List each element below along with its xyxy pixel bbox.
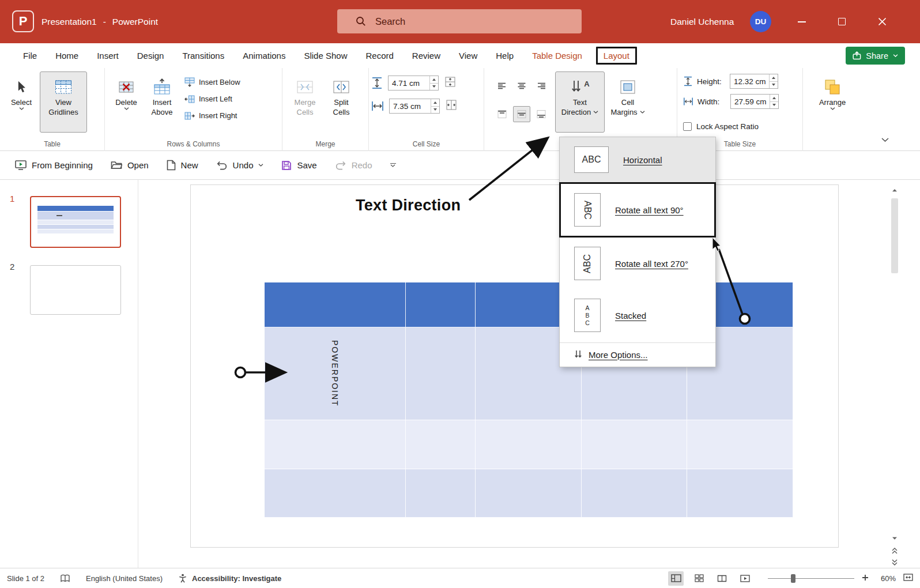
lock-aspect-ratio-checkbox-row[interactable]: Lock Aspect Ratio bbox=[683, 122, 798, 131]
align-left-button[interactable] bbox=[493, 78, 511, 94]
menu-item-rotate-270[interactable]: ABC Rotate all text 270° bbox=[560, 238, 715, 289]
table-cell[interactable] bbox=[406, 420, 476, 469]
collapse-ribbon-button[interactable] bbox=[877, 133, 892, 146]
align-bottom-button[interactable] bbox=[533, 106, 550, 122]
distribute-columns-button[interactable] bbox=[445, 99, 458, 113]
slide-2-thumbnail[interactable] bbox=[30, 265, 121, 315]
slide-editing-area[interactable]: POWERPOINT bbox=[138, 180, 889, 568]
avatar[interactable]: DU bbox=[750, 11, 771, 32]
maximize-button[interactable] bbox=[828, 0, 855, 43]
column-width-spinner[interactable] bbox=[389, 99, 440, 114]
arrange-button[interactable]: Arrange bbox=[812, 71, 853, 133]
merge-cells-button[interactable]: Merge Cells bbox=[287, 71, 323, 133]
slide-1-thumbnail[interactable] bbox=[30, 196, 121, 248]
slide-sorter-view-button[interactable] bbox=[691, 571, 707, 586]
table-cell-rotated-text[interactable]: POWERPOINT bbox=[265, 327, 406, 420]
proofing-book-icon[interactable] bbox=[60, 574, 70, 583]
scrollbar-thumb[interactable] bbox=[891, 198, 898, 273]
tab-review[interactable]: Review bbox=[403, 43, 450, 68]
tab-table-design[interactable]: Table Design bbox=[523, 43, 591, 68]
distribute-rows-button[interactable] bbox=[444, 76, 457, 90]
table-header-cell[interactable] bbox=[265, 282, 406, 327]
column-width-increase[interactable] bbox=[431, 99, 439, 106]
tab-file[interactable]: File bbox=[14, 43, 46, 68]
slide-show-button[interactable] bbox=[737, 571, 753, 586]
accessibility-status[interactable]: Accessibility: Investigate bbox=[178, 574, 281, 583]
table-cell[interactable] bbox=[582, 469, 687, 518]
table-cell[interactable] bbox=[476, 469, 582, 518]
text-direction-button[interactable]: A Text Direction bbox=[555, 71, 605, 133]
view-gridlines-button[interactable]: View Gridlines bbox=[40, 71, 87, 133]
reading-view-button[interactable] bbox=[714, 571, 730, 586]
delete-button[interactable]: Delete bbox=[110, 71, 143, 133]
vertical-scrollbar[interactable] bbox=[889, 183, 900, 568]
menu-item-more-options[interactable]: More Options... bbox=[560, 343, 715, 367]
next-slide-button[interactable] bbox=[889, 556, 900, 568]
table-cell[interactable] bbox=[406, 469, 476, 518]
powerpoint-logo-icon[interactable]: P bbox=[12, 10, 34, 32]
table-width-decrease[interactable] bbox=[770, 101, 778, 109]
undo-button[interactable]: Undo bbox=[216, 160, 264, 170]
menu-item-rotate-90[interactable]: ABC Rotate all text 90° bbox=[559, 182, 716, 238]
zoom-percentage[interactable]: 60% bbox=[876, 574, 896, 583]
scroll-down-button[interactable] bbox=[889, 533, 900, 544]
zoom-slider-thumb[interactable] bbox=[791, 574, 795, 583]
center-vertically-button[interactable] bbox=[513, 106, 530, 122]
tab-record[interactable]: Record bbox=[356, 43, 402, 68]
slide-canvas[interactable]: POWERPOINT bbox=[190, 184, 839, 548]
tab-view[interactable]: View bbox=[450, 43, 487, 68]
language-status[interactable]: English (United States) bbox=[86, 574, 163, 583]
tab-design[interactable]: Design bbox=[128, 43, 174, 68]
menu-item-stacked[interactable]: ABC Stacked bbox=[560, 289, 715, 341]
align-center-button[interactable] bbox=[513, 78, 530, 94]
tab-slide-show[interactable]: Slide Show bbox=[295, 43, 356, 68]
search-box[interactable] bbox=[337, 9, 582, 33]
insert-right-button[interactable]: Insert Right bbox=[181, 107, 244, 124]
row-height-spinner[interactable] bbox=[388, 76, 439, 91]
share-button[interactable]: Share bbox=[846, 47, 905, 65]
insert-above-button[interactable]: Insert Above bbox=[145, 71, 179, 133]
search-input[interactable] bbox=[375, 16, 548, 27]
tab-home[interactable]: Home bbox=[46, 43, 88, 68]
tab-help[interactable]: Help bbox=[487, 43, 523, 68]
column-width-input[interactable] bbox=[390, 99, 431, 113]
from-beginning-button[interactable]: From Beginning bbox=[15, 160, 93, 171]
insert-left-button[interactable]: Insert Left bbox=[181, 91, 244, 107]
split-cells-button[interactable]: Split Cells bbox=[325, 71, 358, 133]
zoom-slider[interactable] bbox=[768, 571, 854, 586]
zoom-in-button[interactable] bbox=[862, 574, 869, 583]
align-right-button[interactable] bbox=[533, 78, 550, 94]
new-button[interactable]: New bbox=[167, 160, 198, 171]
table-width-spinner[interactable] bbox=[730, 94, 779, 109]
row-height-decrease[interactable] bbox=[430, 83, 438, 91]
tab-insert[interactable]: Insert bbox=[88, 43, 128, 68]
account-name[interactable]: Daniel Uchenna bbox=[670, 0, 734, 43]
table-cell[interactable] bbox=[582, 420, 687, 469]
table-cell[interactable] bbox=[476, 420, 582, 469]
table-cell[interactable] bbox=[265, 469, 406, 518]
open-button[interactable]: Open bbox=[111, 160, 149, 170]
table-header-cell[interactable] bbox=[406, 282, 476, 327]
table-height-increase[interactable] bbox=[770, 74, 778, 81]
table-height-spinner[interactable] bbox=[730, 74, 778, 89]
row-height-input[interactable] bbox=[389, 76, 429, 90]
table-width-input[interactable] bbox=[731, 95, 770, 108]
table-cell[interactable] bbox=[265, 420, 406, 469]
table-cell[interactable] bbox=[406, 327, 476, 420]
redo-button[interactable]: Redo bbox=[335, 160, 372, 170]
align-top-button[interactable] bbox=[493, 106, 511, 122]
scroll-up-button[interactable] bbox=[889, 184, 900, 196]
normal-view-button[interactable] bbox=[668, 571, 684, 586]
customize-qat-button[interactable] bbox=[390, 163, 396, 167]
save-button[interactable]: Save bbox=[281, 160, 316, 171]
fit-to-window-button[interactable] bbox=[903, 574, 913, 583]
cell-margins-button[interactable]: Cell Margins bbox=[606, 71, 649, 133]
previous-slide-button[interactable] bbox=[889, 545, 900, 556]
table-cell[interactable] bbox=[687, 420, 793, 469]
row-height-increase[interactable] bbox=[430, 76, 438, 83]
table-cell[interactable] bbox=[687, 469, 793, 518]
table-width-increase[interactable] bbox=[770, 95, 778, 101]
menu-item-horizontal[interactable]: ABC Horizontal bbox=[560, 137, 715, 182]
column-width-decrease[interactable] bbox=[431, 106, 439, 114]
table-height-decrease[interactable] bbox=[770, 81, 778, 89]
